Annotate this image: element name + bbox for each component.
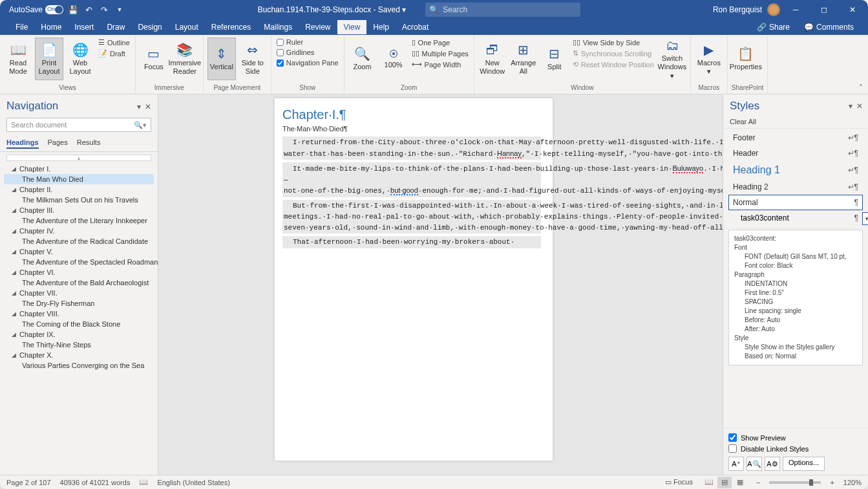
undo-icon[interactable]: ↶ <box>83 4 94 16</box>
zoom-button[interactable]: 🔍Zoom <box>348 38 377 80</box>
show-preview-checkbox[interactable]: Show Preview <box>728 432 863 443</box>
body-paragraph[interactable]: I·returned·from·the·City·about·three·o'c… <box>282 136 541 160</box>
print-layout-button[interactable]: 📄Print Layout <box>35 38 63 80</box>
switch-windows-button[interactable]: 🗂Switch Windows ▾ <box>658 38 686 80</box>
nav-heading-item[interactable]: The Adventure of the Bald Archaeologist <box>4 277 154 288</box>
nav-heading-item[interactable]: The Milkman Sets Out on his Travels <box>4 195 154 205</box>
spell-check-icon[interactable]: 📖 <box>139 478 148 486</box>
split-button[interactable]: ⊟Split <box>540 38 569 80</box>
nav-search-input[interactable]: Search document 🔍▾ <box>6 118 151 132</box>
new-window-button[interactable]: 🗗New Window <box>478 38 507 80</box>
save-icon[interactable]: 💾 <box>67 4 79 16</box>
focus-mode-button[interactable]: ▭ Focus <box>665 478 693 486</box>
word-count[interactable]: 40936 of 41021 words <box>60 479 131 486</box>
disable-linked-checkbox[interactable]: Disable Linked Styles <box>728 443 863 454</box>
style-row-heading-1[interactable]: Heading 1↵¶ <box>728 161 863 179</box>
qat-dropdown-icon[interactable]: ▼ <box>114 4 125 16</box>
nav-heading-item[interactable]: The Man Who Died <box>4 174 154 184</box>
style-row-heading-2[interactable]: Heading 2↵¶ <box>728 179 863 195</box>
nav-heading-item[interactable]: ◢Chapter VII. <box>4 288 154 298</box>
arrange-all-button[interactable]: ⊞Arrange All <box>509 38 538 80</box>
nav-heading-item[interactable]: The Coming of the Black Stone <box>4 319 154 329</box>
draft-button[interactable]: 📝Draft <box>97 49 131 58</box>
menu-insert[interactable]: Insert <box>68 20 100 34</box>
menu-view[interactable]: View <box>337 20 367 34</box>
nav-heading-item[interactable]: The Adventure of the Radical Candidate <box>4 236 154 246</box>
outline-button[interactable]: ☰Outline <box>97 38 131 47</box>
style-dropdown-icon[interactable]: ▾ <box>862 212 868 225</box>
focus-button[interactable]: ▭Focus <box>140 38 168 80</box>
language-indicator[interactable]: English (United States) <box>157 479 230 486</box>
menu-mailings[interactable]: Mailings <box>257 20 299 34</box>
document-title[interactable]: Buchan.1914.The-39-Steps.docx - Saved ▾ <box>258 5 406 14</box>
one-page-button[interactable]: ▯One Page <box>410 38 470 47</box>
page-width-button[interactable]: ⟷Page Width <box>410 60 470 69</box>
read-mode-view-button[interactable]: 📖 <box>702 477 716 488</box>
styles-close-icon[interactable]: ✕ <box>856 102 863 111</box>
nav-heading-item[interactable]: ◢Chapter VIII. <box>4 309 154 319</box>
nav-dropdown-icon[interactable]: ▾ <box>137 102 141 111</box>
nav-heading-item[interactable]: ◢Chapter II. <box>4 184 154 195</box>
nav-heading-item[interactable]: ◢Chapter III. <box>4 205 154 215</box>
menu-acrobat[interactable]: Acrobat <box>396 20 435 34</box>
nav-heading-item[interactable]: The Dry-Fly Fisherman <box>4 298 154 309</box>
body-paragraph[interactable]: It·made·me·bite·my·lips·to·think·of·the·… <box>282 162 541 197</box>
side-to-side-button[interactable]: ⇔Side to Side <box>238 38 267 80</box>
gridlines-checkbox[interactable]: Gridlines <box>275 48 340 57</box>
minimize-button[interactable]: ─ <box>783 0 809 19</box>
menu-design[interactable]: Design <box>131 20 168 34</box>
search-box[interactable]: 🔍 Search <box>425 3 580 17</box>
properties-button[interactable]: 📋Properties <box>732 38 760 80</box>
user-name[interactable]: Ron Bergquist <box>713 5 762 14</box>
view-side-by-side-button[interactable]: ▯▯View Side by Side <box>571 38 655 47</box>
style-row-footer[interactable]: Footer↵¶ <box>728 130 863 146</box>
zoom-100-button[interactable]: ⦿100% <box>379 38 408 80</box>
menu-draw[interactable]: Draw <box>100 20 131 34</box>
style-row-header[interactable]: Header↵¶ <box>728 146 863 161</box>
redo-icon[interactable]: ↷ <box>98 4 110 16</box>
maximize-button[interactable]: ◻ <box>811 0 837 19</box>
nav-heading-item[interactable]: Various Parties Converging on the Sea <box>4 360 154 371</box>
menu-home[interactable]: Home <box>34 20 68 34</box>
styles-dropdown-icon[interactable]: ▾ <box>849 102 852 111</box>
body-paragraph[interactable]: But·from·the·first·I·was·disappointed·wi… <box>282 200 541 234</box>
new-style-button[interactable]: A⁺ <box>728 457 744 471</box>
options-button[interactable]: Options... <box>783 457 825 471</box>
macros-button[interactable]: ▶Macros ▾ <box>695 38 723 80</box>
nav-heading-item[interactable]: ◢Chapter IX. <box>4 329 154 340</box>
navigation-pane-checkbox[interactable]: Navigation Pane <box>275 58 340 67</box>
print-layout-view-button[interactable]: ▤ <box>717 477 732 488</box>
zoom-in-button[interactable]: + <box>830 479 834 486</box>
tab-results[interactable]: Results <box>77 137 101 149</box>
nav-heading-item[interactable]: ◢Chapter IV. <box>4 226 154 236</box>
menu-file[interactable]: File <box>9 20 34 34</box>
nav-heading-item[interactable]: ◢Chapter V. <box>4 246 154 257</box>
nav-jump-bar[interactable]: ▴ <box>6 155 151 161</box>
document-area[interactable]: Chapter·I.¶ The·Man·Who·Died¶ I·returned… <box>158 94 723 475</box>
nav-heading-item[interactable]: ◢Chapter VI. <box>4 267 154 277</box>
menu-review[interactable]: Review <box>299 20 337 34</box>
nav-heading-item[interactable]: ◢Chapter I. <box>4 164 154 174</box>
clear-all-button[interactable]: Clear All <box>723 115 868 129</box>
style-row-normal[interactable]: Normal¶ <box>728 195 863 210</box>
nav-heading-item[interactable]: ◢Chapter X. <box>4 350 154 360</box>
manage-styles-button[interactable]: A⚙ <box>765 457 780 471</box>
page-indicator[interactable]: Page 2 of 107 <box>6 479 51 486</box>
style-row-task03content[interactable]: task03content¶▾ <box>728 210 863 226</box>
nav-heading-item[interactable]: The Adventure of the Spectacled Roadman <box>4 257 154 267</box>
share-button[interactable]: 🔗Share <box>752 21 795 33</box>
zoom-out-button[interactable]: − <box>756 479 760 486</box>
web-layout-view-button[interactable]: ▦ <box>733 477 747 488</box>
chapter-subtitle[interactable]: The·Man·Who·Died¶ <box>282 125 541 133</box>
body-paragraph[interactable]: That·afternoon·I·had·been·worrying·my·br… <box>282 236 541 248</box>
read-mode-button[interactable]: 📖Read Mode <box>4 38 32 80</box>
menu-references[interactable]: References <box>205 20 257 34</box>
tab-headings[interactable]: Headings <box>6 137 39 149</box>
zoom-slider[interactable] <box>769 481 821 484</box>
web-layout-button[interactable]: 🌐Web Layout <box>66 38 94 80</box>
autosave-toggle[interactable]: AutoSave On <box>9 5 63 14</box>
menu-layout[interactable]: Layout <box>169 20 205 34</box>
style-inspector-button[interactable]: A🔍 <box>746 457 762 471</box>
multiple-pages-button[interactable]: ▯▯Multiple Pages <box>410 49 470 58</box>
zoom-level[interactable]: 120% <box>843 479 862 486</box>
